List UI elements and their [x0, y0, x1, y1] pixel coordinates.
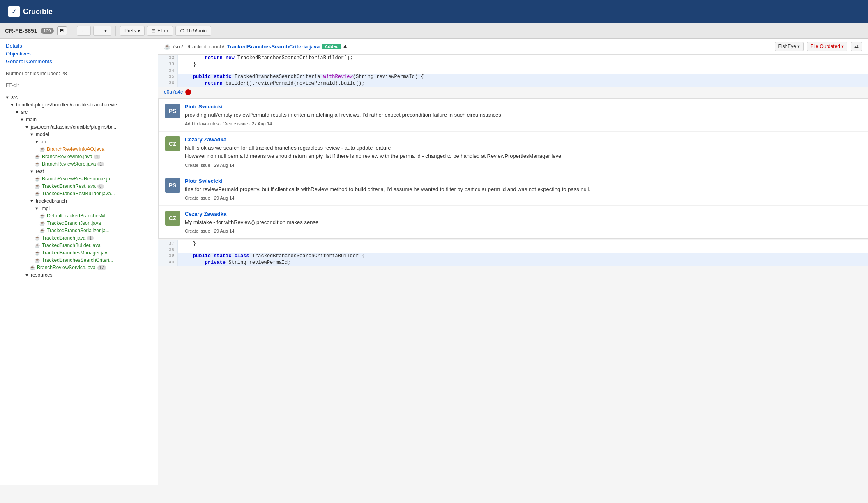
tree-icon: ☕ — [35, 191, 40, 196]
sync-button[interactable]: ⇄ — [851, 42, 862, 51]
top-nav: ✓ Crucible — [0, 0, 868, 23]
back-button[interactable]: ← — [77, 26, 91, 36]
filter-icon: ⊟ — [152, 28, 156, 34]
details-link[interactable]: Details — [6, 42, 152, 50]
tree-icon: ▼ — [35, 206, 39, 211]
outdated-label: File Outdated — [810, 44, 840, 49]
filter-button[interactable]: ⊟ Filter — [147, 26, 173, 36]
tree-item[interactable]: ▼model — [0, 131, 158, 138]
file-outdated-button[interactable]: File Outdated ▾ — [807, 42, 847, 51]
time-button[interactable]: ⏱ 1h 55min — [175, 26, 211, 36]
code-block-top: 32 return new TrackedBranchesSearchCrite… — [158, 55, 868, 87]
objectives-link[interactable]: Objectives — [6, 50, 152, 58]
prefs-dropdown-icon: ▾ — [138, 28, 140, 34]
tree-icon: ☕ — [39, 221, 45, 226]
tree-badge: 1 — [94, 155, 101, 159]
line-number: 36 — [158, 80, 178, 87]
tree-item[interactable]: ▼impl — [0, 205, 158, 212]
tree-icon: ☕ — [35, 250, 40, 256]
comment-author[interactable]: Cezary Zawadka — [185, 136, 861, 143]
tree-icon: ▼ — [10, 102, 14, 107]
line-number: 32 — [158, 55, 178, 61]
tree-item[interactable]: ▼resources — [0, 271, 158, 279]
tree-icon: ☕ — [39, 213, 45, 219]
prefs-button[interactable]: Prefs ▾ — [120, 26, 145, 36]
tree-item[interactable]: ▼trackedbranch — [0, 197, 158, 205]
tree-icon: ☕ — [39, 147, 45, 152]
expand-button[interactable]: ⊞ — [57, 26, 67, 35]
tree-item[interactable]: ▼src — [0, 94, 158, 101]
tree-item[interactable]: ▼ao — [0, 138, 158, 145]
tree-item[interactable]: ☕TrackedBranchesManager.jav... — [0, 249, 158, 256]
code-line: 36 return builder().reviewPermaId(review… — [158, 80, 868, 87]
tree-icon: ▼ — [30, 198, 34, 203]
tree-label: DefaultTrackedBranchesM... — [47, 213, 109, 219]
clock-icon: ⏱ — [180, 28, 185, 34]
tree-item[interactable]: ▼java/com/atlassian/crucible/plugins/br.… — [0, 123, 158, 131]
comment-author[interactable]: Piotr Swiecicki — [185, 178, 861, 184]
sidebar-navigation: Details Objectives General Comments — [0, 39, 158, 69]
tree-item[interactable]: ☕TrackedBranchRest.java8 — [0, 182, 158, 190]
cr-badge: 109 — [41, 28, 54, 34]
tree-label: src — [21, 109, 28, 115]
line-number: 39 — [158, 253, 178, 259]
tree-item[interactable]: ☕TrackedBranchJson.java — [0, 219, 158, 227]
tree-item[interactable]: ☕TrackedBranchBuilder.java — [0, 242, 158, 249]
tree-item[interactable]: ☕TrackedBranch.java1 — [0, 234, 158, 242]
tree-item[interactable]: ☕TrackedBranchesSearchCriteri... — [0, 256, 158, 264]
tree-label: TrackedBranch.java — [42, 235, 85, 241]
file-tree: ▼src▼bundled-plugins/bundled/crucible-br… — [0, 91, 158, 281]
file-actions: FishEye ▾ File Outdated ▾ ⇄ — [775, 42, 862, 51]
content-area: ☕ /src/.../trackedbranch/ TrackedBranche… — [158, 39, 868, 485]
main-layout: Details Objectives General Comments Numb… — [0, 39, 868, 485]
line-code: } — [178, 61, 868, 68]
tree-label: resources — [31, 272, 53, 278]
tree-item[interactable]: ☕BranchReviewInfoAO.java — [0, 145, 158, 153]
line-number: 38 — [158, 247, 178, 253]
fisheye-button[interactable]: FishEye ▾ — [775, 42, 804, 51]
comment-body: Cezary Zawadka My mistake - for withRevi… — [185, 211, 861, 233]
file-icon: ☕ — [164, 44, 170, 50]
app-logo[interactable]: ✓ Crucible — [8, 6, 53, 17]
code-line: 38 — [158, 247, 868, 253]
tree-icon: ▼ — [30, 132, 34, 137]
tree-item[interactable]: ☕BranchReviewService.java17 — [0, 264, 158, 271]
tree-item[interactable]: ▼main — [0, 116, 158, 123]
general-comments-link[interactable]: General Comments — [6, 58, 152, 65]
cr-id-bar: CR-FE-8851 109 ⊞ ← → ▾ Prefs ▾ ⊟ Filter … — [0, 23, 868, 39]
tree-item[interactable]: ☕BranchReviewStore.java1 — [0, 160, 158, 168]
tree-item[interactable]: ☕BranchReviewInfo.java1 — [0, 153, 158, 160]
tree-label: TrackedBranchJson.java — [47, 220, 101, 226]
code-block-bottom: 37 } 38 39 public static class TrackedBr… — [158, 240, 868, 266]
tree-label: main — [26, 117, 37, 122]
line-code: } — [178, 240, 868, 247]
avatar: CZ — [165, 211, 180, 226]
fisheye-dropdown-icon: ▾ — [797, 44, 800, 49]
file-path: ☕ /src/.../trackedbranch/ TrackedBranche… — [164, 44, 347, 50]
tree-item[interactable]: ☕TrackedBranchRestBuilder.java... — [0, 190, 158, 197]
code-line: 37 } — [158, 240, 868, 247]
forward-button[interactable]: → ▾ — [93, 26, 111, 36]
tree-item[interactable]: ▼rest — [0, 168, 158, 175]
tree-icon: ☕ — [35, 154, 40, 159]
outdated-dropdown-icon: ▾ — [841, 44, 844, 49]
comment-author[interactable]: Cezary Zawadka — [185, 211, 861, 217]
tree-item[interactable]: ☕DefaultTrackedBranchesM... — [0, 212, 158, 219]
tree-label: TrackedBranchesSearchCriteri... — [42, 257, 113, 263]
tree-item[interactable]: ▼src — [0, 108, 158, 116]
tree-item[interactable]: ☕BranchReviewRestResource.ja... — [0, 175, 158, 182]
prefs-label: Prefs — [124, 28, 136, 34]
tree-label: trackedbranch — [36, 198, 67, 204]
code-line: 39 public static class TrackedBranchesSe… — [158, 253, 868, 259]
logo-icon: ✓ — [8, 6, 20, 17]
file-count: 4 — [343, 44, 346, 50]
tree-label: TrackedBranchesManager.jav... — [42, 250, 111, 256]
tree-icon: ☕ — [39, 228, 45, 233]
tree-icon: ▼ — [25, 272, 29, 277]
comment-section: PS Piotr Swiecicki providing null/empty … — [158, 98, 868, 239]
path-prefix: /src/.../trackedbranch/ — [173, 44, 224, 50]
comment-author[interactable]: Piotr Swiecicki — [185, 104, 861, 110]
sha-text[interactable]: e0a7a4c — [164, 89, 183, 95]
tree-item[interactable]: ▼bundled-plugins/bundled/crucible-branch… — [0, 101, 158, 108]
tree-item[interactable]: ☕TrackedBranchSerializer.ja... — [0, 227, 158, 234]
